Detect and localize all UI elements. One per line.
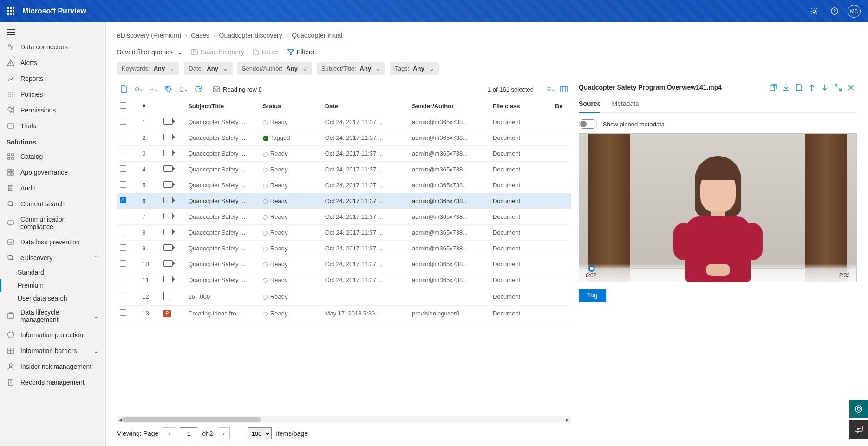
row-checkbox[interactable] — [120, 309, 126, 316]
pager-size-select[interactable]: 100 — [248, 427, 272, 439]
table-row[interactable]: 10Quadcopter Safety ...ReadyOct 24, 2017… — [117, 256, 571, 272]
nav-item[interactable]: Catalog — [0, 149, 105, 164]
nav-item[interactable]: Communication compliance — [0, 212, 105, 234]
chat-fab[interactable] — [849, 420, 868, 439]
table-row[interactable]: 6Quadcopter Safety ...ReadyOct 24, 2017 … — [117, 193, 571, 209]
video-player[interactable]: 0:02 2:33 — [579, 133, 857, 282]
filter-chip[interactable]: Subject/Title: Any ⌄ — [317, 62, 385, 75]
nav-item[interactable]: Alerts — [0, 55, 105, 71]
file-icon[interactable] — [795, 83, 803, 92]
help-icon[interactable] — [827, 4, 842, 19]
column-header[interactable]: # — [139, 98, 161, 114]
nav-item[interactable]: Trials — [0, 118, 105, 134]
refresh-icon[interactable] — [194, 85, 202, 93]
nav-item[interactable]: Permissions — [0, 102, 105, 118]
user-avatar[interactable]: MC — [848, 5, 861, 18]
app-launcher-icon[interactable] — [0, 0, 22, 22]
row-checkbox[interactable] — [120, 229, 126, 235]
nav-item[interactable]: Audit — [0, 180, 105, 196]
save-query-button[interactable]: Save the query — [191, 48, 244, 56]
tag-action-icon[interactable] — [164, 85, 173, 93]
tag-button[interactable]: Tag — [579, 289, 606, 302]
down-arrow-icon[interactable] — [821, 83, 829, 92]
file-action-icon[interactable] — [120, 85, 128, 93]
filter-chip[interactable]: Sender/Author: Any ⌄ — [237, 62, 312, 75]
row-checkbox[interactable] — [120, 165, 126, 172]
file-menu-icon[interactable]: ⌄ — [179, 85, 188, 93]
column-header[interactable]: Date — [322, 98, 409, 114]
settings-icon[interactable] — [807, 4, 822, 19]
nav-sub-item[interactable]: Standard — [0, 266, 105, 279]
row-checkbox[interactable] — [120, 276, 126, 282]
expand-icon[interactable] — [834, 83, 842, 92]
row-checkbox[interactable] — [120, 213, 126, 219]
hamburger-icon[interactable] — [0, 25, 105, 39]
row-checkbox[interactable] — [120, 150, 126, 156]
table-row[interactable]: 2Quadcopter Safety ...TaggedOct 24, 2017… — [117, 130, 571, 146]
nav-item[interactable]: Information barriers⌄ — [0, 343, 105, 359]
nav-item[interactable]: App governance — [0, 164, 105, 180]
nav-item[interactable]: Information protection — [0, 327, 105, 343]
row-checkbox[interactable] — [120, 244, 126, 251]
popout-icon[interactable] — [769, 83, 777, 92]
column-header[interactable]: Sender/Author — [409, 98, 490, 114]
table-row[interactable]: 7Quadcopter Safety ...ReadyOct 24, 2017 … — [117, 209, 571, 225]
column-header[interactable]: Be — [552, 98, 571, 114]
table-row[interactable]: 4Quadcopter Safety ...ReadyOct 24, 2017 … — [117, 162, 571, 177]
table-row[interactable]: 8Quadcopter Safety ...ReadyOct 24, 2017 … — [117, 225, 571, 241]
up-arrow-icon[interactable] — [808, 83, 816, 92]
nav-item[interactable]: Content search — [0, 196, 105, 212]
row-checkbox[interactable] — [120, 181, 126, 188]
breadcrumb-item[interactable]: Quadcopter initial — [292, 32, 342, 39]
row-checkbox[interactable] — [120, 197, 126, 203]
nav-item[interactable]: Records management — [0, 374, 105, 390]
breadcrumb-item[interactable]: Quadcopter discovery — [219, 32, 282, 39]
nav-item[interactable]: Data connectors — [0, 39, 105, 55]
breadcrumb-item[interactable]: eDiscovery (Premium) — [117, 32, 181, 39]
column-header[interactable] — [161, 98, 186, 114]
pinned-metadata-toggle[interactable] — [579, 119, 597, 129]
reset-button[interactable]: Reset — [253, 48, 279, 56]
nav-item[interactable]: Policies — [0, 86, 105, 102]
pager-prev[interactable]: ‹ — [163, 427, 175, 439]
feedback-fab[interactable] — [849, 400, 868, 418]
column-header[interactable] — [117, 98, 139, 114]
column-header[interactable]: Subject/Title — [185, 98, 260, 114]
relate-icon[interactable]: ⌄ — [150, 85, 158, 93]
row-checkbox[interactable] — [120, 134, 126, 140]
row-checkbox[interactable] — [120, 260, 126, 267]
select-all-checkbox[interactable] — [120, 102, 126, 109]
table-row[interactable]: 11Quadcopter Safety ...ReadyOct 24, 2017… — [117, 272, 571, 288]
pager-next[interactable]: › — [218, 427, 230, 439]
nav-item[interactable]: Data lifecycle management⌄ — [0, 305, 105, 327]
nav-sub-item[interactable]: Premium — [0, 279, 105, 292]
sync-icon[interactable]: ⌄ — [135, 85, 143, 93]
filter-chip[interactable]: Tags: Any ⌄ — [390, 62, 439, 75]
pager-page-input[interactable] — [180, 427, 197, 439]
nav-item[interactable]: Data loss prevention — [0, 234, 105, 250]
list-view-icon[interactable]: ⌄ — [547, 85, 555, 93]
table-row[interactable]: 3Quadcopter Safety ...ReadyOct 24, 2017 … — [117, 146, 571, 162]
filters-button[interactable]: Filters — [287, 48, 314, 56]
row-checkbox[interactable] — [120, 293, 126, 299]
nav-ediscovery[interactable]: eDiscovery ⌃ — [0, 250, 105, 266]
row-checkbox[interactable] — [120, 118, 126, 125]
saved-queries-dropdown[interactable]: Saved filter queries⌄ — [117, 48, 183, 56]
download-icon[interactable] — [782, 83, 790, 92]
filter-chip[interactable]: Date: Any ⌄ — [184, 62, 233, 75]
table-row[interactable]: 1Quadcopter Safety ...ReadyOct 24, 2017 … — [117, 114, 571, 130]
table-row[interactable]: 5Quadcopter Safety ...ReadyOct 24, 2017 … — [117, 177, 571, 193]
filter-chip[interactable]: Keywords: Any ⌄ — [117, 62, 179, 75]
breadcrumb-item[interactable]: Cases — [191, 32, 209, 39]
column-header[interactable]: Status — [260, 98, 322, 114]
horizontal-scrollbar[interactable]: ◀▶ — [117, 416, 571, 423]
tab-metadata[interactable]: Metadata — [612, 96, 639, 112]
nav-item[interactable]: Reports — [0, 71, 105, 86]
table-row[interactable]: 13PCreating Ideas fro...ReadyMay 17, 201… — [117, 306, 571, 321]
tab-source[interactable]: Source — [579, 96, 600, 113]
table-row[interactable]: 9Quadcopter Safety ...ReadyOct 24, 2017 … — [117, 241, 571, 256]
column-header[interactable]: File class — [490, 98, 552, 114]
nav-sub-item[interactable]: User data search — [0, 292, 105, 305]
nav-item[interactable]: Insider risk management — [0, 359, 105, 374]
close-icon[interactable] — [847, 83, 855, 92]
